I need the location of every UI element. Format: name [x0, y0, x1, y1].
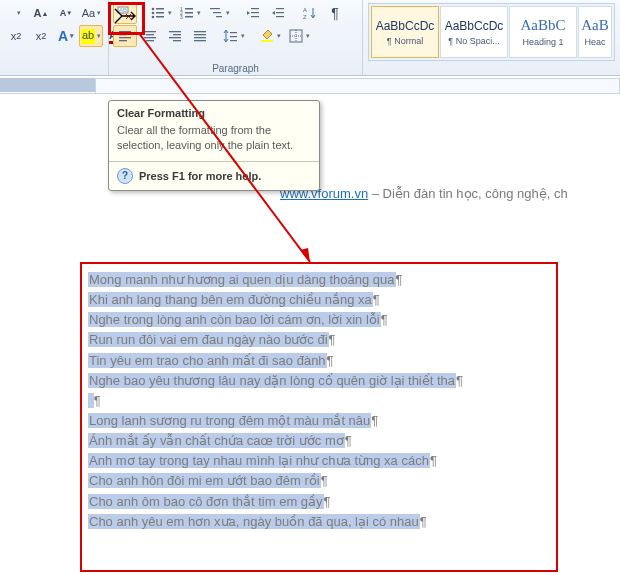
bullets-icon: [150, 5, 166, 21]
svg-rect-16: [216, 16, 222, 17]
font-group-title: [4, 62, 104, 75]
superscript-button[interactable]: x2: [29, 25, 53, 47]
tooltip-title: Clear Formatting: [109, 101, 319, 121]
svg-rect-36: [173, 40, 181, 41]
svg-rect-30: [146, 34, 154, 35]
change-case-button[interactable]: Aa: [79, 2, 104, 24]
indent-icon: [270, 5, 286, 21]
annotation-red-box: [80, 262, 558, 572]
sort-button[interactable]: AZ: [298, 2, 322, 24]
line-spacing-button[interactable]: [220, 25, 248, 47]
increase-indent-button[interactable]: [266, 2, 290, 24]
styles-gallery[interactable]: AaBbCcDc¶ Normal AaBbCcDc¶ No Spaci... A…: [368, 3, 615, 61]
sort-icon: AZ: [302, 5, 318, 21]
svg-rect-44: [261, 40, 273, 42]
subscript-button[interactable]: x2: [4, 25, 28, 47]
svg-rect-5: [156, 12, 164, 14]
clear-formatting-button[interactable]: AB: [113, 2, 137, 24]
svg-rect-14: [210, 8, 220, 9]
align-right-button[interactable]: [163, 25, 187, 47]
document-header: www.vforum.vn – Diễn đàn tin học, công n…: [280, 186, 568, 201]
svg-rect-31: [144, 37, 156, 38]
svg-rect-13: [185, 16, 193, 18]
decrease-indent-button[interactable]: [241, 2, 265, 24]
shrink-font-button[interactable]: A▼: [54, 2, 78, 24]
svg-rect-37: [194, 31, 206, 32]
svg-rect-9: [185, 8, 193, 10]
style-no-spacing[interactable]: AaBbCcDc¶ No Spaci...: [440, 6, 508, 58]
highlight-color-button[interactable]: ab: [79, 25, 103, 47]
svg-text:AB: AB: [119, 7, 127, 13]
svg-rect-35: [169, 37, 181, 38]
outdent-icon: [245, 5, 261, 21]
header-text: – Diễn đàn tin học, công nghệ, ch: [368, 186, 568, 201]
svg-rect-28: [119, 40, 127, 41]
svg-rect-19: [251, 16, 259, 17]
svg-marker-49: [300, 248, 310, 262]
bullets-button[interactable]: [147, 2, 175, 24]
svg-rect-42: [230, 36, 237, 37]
paragraph-group-title: Paragraph: [113, 62, 358, 75]
svg-rect-11: [185, 12, 193, 14]
clear-formatting-tooltip: Clear Formatting Clear all the formattin…: [108, 100, 320, 191]
multilevel-list-button[interactable]: [205, 2, 233, 24]
style-heading-2[interactable]: AaBHeac: [578, 6, 612, 58]
horizontal-ruler[interactable]: [0, 77, 620, 94]
text-effects-button[interactable]: A: [54, 25, 78, 47]
svg-rect-18: [251, 12, 259, 13]
align-left-button[interactable]: [113, 25, 137, 47]
svg-rect-26: [119, 34, 127, 35]
svg-point-6: [152, 16, 155, 19]
svg-point-2: [152, 8, 155, 11]
line-spacing-icon: [223, 28, 239, 44]
svg-rect-21: [276, 12, 284, 13]
svg-rect-20: [276, 8, 284, 9]
clear-formatting-icon: AB: [117, 5, 133, 21]
multilevel-icon: [208, 5, 224, 21]
borders-icon: [288, 28, 304, 44]
svg-rect-29: [144, 31, 156, 32]
shading-button[interactable]: [256, 25, 284, 47]
svg-rect-38: [194, 34, 206, 35]
numbering-icon: 123: [179, 5, 195, 21]
svg-rect-39: [194, 37, 206, 38]
paint-bucket-icon: [259, 28, 275, 44]
align-right-icon: [167, 28, 183, 44]
style-normal[interactable]: AaBbCcDc¶ Normal: [371, 6, 439, 58]
justify-icon: [192, 28, 208, 44]
borders-button[interactable]: [285, 25, 313, 47]
svg-rect-32: [146, 40, 154, 41]
font-size-dropdown[interactable]: [4, 2, 28, 24]
align-center-icon: [142, 28, 158, 44]
help-icon: ?: [117, 168, 133, 184]
grow-font-button[interactable]: A▲: [29, 2, 53, 24]
style-heading-1[interactable]: AaBbCHeading 1: [509, 6, 577, 58]
numbering-button[interactable]: 123: [176, 2, 204, 24]
svg-rect-40: [194, 40, 206, 41]
svg-rect-41: [230, 32, 237, 33]
svg-text:A: A: [303, 7, 307, 13]
svg-text:Z: Z: [303, 14, 307, 20]
svg-rect-33: [169, 31, 181, 32]
svg-rect-17: [251, 8, 259, 9]
svg-rect-7: [156, 16, 164, 18]
svg-rect-22: [276, 16, 284, 17]
show-paragraph-marks-button[interactable]: ¶: [323, 2, 347, 24]
align-center-button[interactable]: [138, 25, 162, 47]
svg-rect-3: [156, 8, 164, 10]
tooltip-body: Clear all the formatting from the select…: [109, 121, 319, 161]
svg-rect-25: [119, 31, 131, 32]
justify-button[interactable]: [188, 25, 212, 47]
align-left-icon: [117, 28, 133, 44]
svg-rect-15: [213, 12, 221, 13]
svg-rect-27: [119, 37, 131, 38]
tooltip-help-text: Press F1 for more help.: [139, 170, 261, 182]
svg-text:3: 3: [180, 14, 183, 20]
svg-rect-43: [230, 40, 237, 41]
svg-point-4: [152, 12, 155, 15]
svg-rect-34: [173, 34, 181, 35]
